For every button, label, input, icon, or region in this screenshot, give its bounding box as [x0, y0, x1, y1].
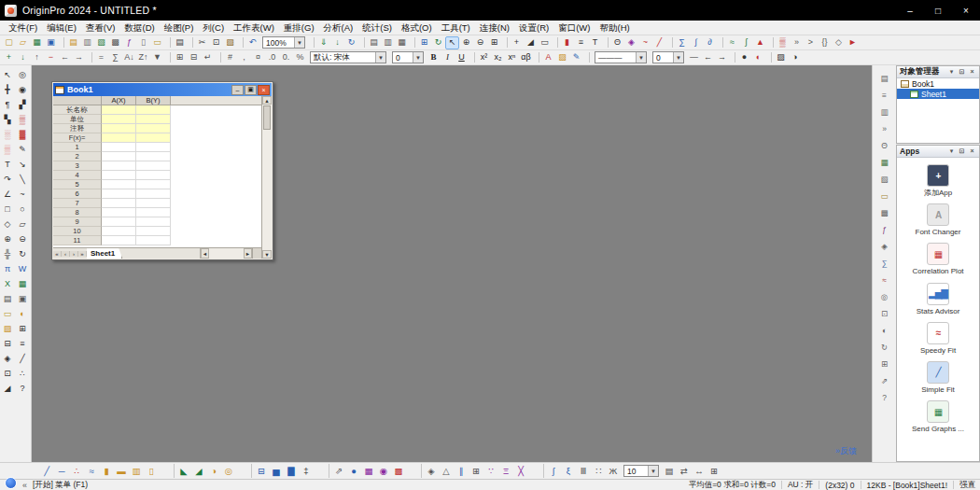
maximize-button[interactable]: □ — [924, 0, 952, 21]
sheet-row[interactable]: 7 — [53, 199, 261, 208]
speedy-fit-icon[interactable]: ≈ — [927, 322, 949, 344]
dock-settings-icon[interactable]: ⊞ — [878, 358, 891, 371]
mask-range-tool[interactable]: ▒ — [15, 112, 30, 127]
pattern-button[interactable]: ▨ — [774, 51, 788, 64]
cell-a[interactable] — [102, 133, 136, 143]
arrow-begin-button[interactable]: ← — [701, 51, 715, 64]
vertical-scroll-thumb[interactable] — [263, 105, 271, 130]
cell-b[interactable] — [136, 133, 171, 143]
command-window-icon[interactable]: > — [804, 36, 818, 49]
sheet-tab-sheet1[interactable]: Sheet1 — [87, 248, 122, 259]
toolbar-icon[interactable] — [216, 52, 221, 63]
transparency-button[interactable]: ◑ — [788, 51, 802, 64]
toolbar-icon[interactable] — [165, 52, 171, 63]
area-plot-icon[interactable]: ◣ — [176, 464, 191, 478]
scale-out-icon[interactable]: ⊖ — [473, 36, 487, 49]
cell-b[interactable] — [136, 236, 171, 245]
sheet-row[interactable]: 5 — [53, 180, 261, 189]
color-map-plot-icon[interactable]: ▦ — [361, 464, 376, 478]
pan-tool[interactable]: ╬ — [0, 246, 15, 261]
sort-descending-icon[interactable]: Z↑ — [136, 51, 150, 64]
cell-b[interactable] — [136, 105, 171, 115]
remove-decimal-icon[interactable]: 0. — [279, 51, 293, 64]
3d-scatter-plot-icon[interactable]: ∵ — [483, 464, 498, 478]
ternary-plot-icon[interactable]: △ — [439, 464, 454, 478]
sheet-row[interactable]: 8 — [53, 208, 261, 217]
add-color-scale-icon[interactable]: ▮ — [560, 36, 574, 49]
toolbar-icon[interactable] — [87, 52, 92, 63]
dock-export-icon[interactable]: ⇗ — [878, 375, 891, 387]
cell-b[interactable] — [136, 161, 171, 171]
percent-icon[interactable]: % — [293, 51, 307, 64]
currency-format-icon[interactable]: ¤ — [251, 51, 265, 64]
menu-item[interactable]: 查看(V) — [81, 21, 120, 35]
protect-data-icon[interactable]: ◇ — [832, 36, 846, 49]
menu-item[interactable]: 帮助(H) — [595, 21, 634, 35]
sheet-row[interactable]: 单位 — [53, 115, 261, 124]
italic-button[interactable]: I — [441, 51, 455, 64]
cell-b[interactable] — [136, 189, 171, 199]
help-pointer-tool[interactable]: ? — [15, 381, 30, 396]
sheet-row[interactable]: 10 — [53, 227, 261, 236]
book-minimize-button[interactable]: – — [231, 85, 244, 95]
polyline-tool[interactable]: ∠ — [0, 187, 15, 202]
save-project-icon[interactable]: ▣ — [44, 36, 58, 49]
template-library-icon[interactable]: ▤ — [662, 464, 677, 478]
cell-a[interactable] — [102, 143, 136, 152]
parallel-plot-icon[interactable]: Ⅲ — [576, 464, 591, 478]
font-color-button[interactable]: A — [541, 51, 555, 64]
cell-a[interactable] — [102, 199, 136, 208]
3d-surface-plot-icon[interactable]: Ξ — [498, 464, 513, 478]
bubble-plot-icon[interactable]: ● — [346, 464, 361, 478]
integrate-icon[interactable]: ∫ — [689, 36, 703, 49]
dock-matrix-icon[interactable]: ▩ — [878, 207, 891, 219]
import-wizard-icon[interactable]: ⇓ — [316, 36, 330, 49]
apps-panel-header[interactable]: Apps ▾ ⊡ × — [897, 146, 979, 158]
cell-b[interactable] — [136, 124, 171, 133]
vertical-scrollbar[interactable]: ▲ ▼ — [261, 96, 272, 259]
dock-fit-icon[interactable]: ≈ — [878, 274, 891, 287]
app-item[interactable]: + 添加App — [897, 164, 979, 197]
toolbar-icon[interactable] — [309, 37, 315, 48]
insert-table-tool[interactable]: ▤ — [0, 291, 15, 306]
new-folder-icon[interactable]: ▤ — [66, 36, 80, 49]
cell-a[interactable] — [102, 217, 136, 227]
apps-gallery-icon[interactable]: ▦ — [395, 36, 409, 49]
row-label[interactable]: 6 — [53, 189, 102, 199]
row-label[interactable]: 7 — [53, 199, 102, 208]
row-label[interactable]: 11 — [53, 236, 102, 245]
plot-icon[interactable] — [407, 464, 422, 478]
multi-panel-plot-icon[interactable]: ⊞ — [469, 464, 483, 478]
book1-window[interactable]: Book1 – ▣ × A(X) B(Y) — [51, 81, 273, 260]
dock-project-explorer-icon[interactable]: ▤ — [878, 73, 891, 85]
minimize-button[interactable]: – — [896, 0, 924, 21]
toolbar-icon[interactable] — [59, 37, 64, 48]
scroll-right-icon[interactable]: ► — [244, 248, 252, 259]
cell-a[interactable] — [102, 236, 136, 245]
plot-icon[interactable] — [237, 464, 252, 478]
stock-plot-icon[interactable]: ‡ — [299, 464, 314, 478]
dock-help-icon[interactable]: ? — [878, 392, 891, 404]
comma-format-icon[interactable]: , — [237, 51, 251, 64]
polygon-tool[interactable]: ◇ — [0, 217, 15, 231]
draw-data-tool[interactable]: ✎ — [15, 142, 30, 157]
panel-menu-icon[interactable]: ▾ — [947, 147, 956, 155]
cell-a[interactable] — [102, 152, 136, 161]
color-picker-tool[interactable]: ◐ — [15, 306, 30, 321]
column-statistics-icon[interactable]: ∑ — [108, 51, 122, 64]
stacked-column-plot-icon[interactable]: ▥ — [129, 464, 144, 478]
plot-icon[interactable] — [160, 464, 175, 478]
toolbar-icon[interactable] — [667, 37, 673, 48]
toolbar-icon[interactable] — [603, 37, 609, 48]
app-item[interactable]: ▦ Send Graphs ... — [897, 400, 979, 433]
vertical-scroll-track[interactable] — [262, 131, 272, 250]
import-excel-icon[interactable]: ↓ — [330, 36, 344, 49]
filter-icon[interactable]: ▼ — [150, 51, 164, 64]
pointer-tool[interactable]: ↖ — [0, 67, 15, 82]
sheet-row[interactable]: 6 — [53, 189, 261, 199]
feedback-link[interactable]: »反馈 — [835, 445, 857, 457]
add-new-column-icon[interactable]: + — [2, 51, 16, 64]
zoom-pan-icon[interactable]: + — [510, 36, 524, 49]
line-style-button[interactable]: — — [687, 51, 701, 64]
insert-image-tool[interactable]: ▣ — [15, 291, 30, 306]
